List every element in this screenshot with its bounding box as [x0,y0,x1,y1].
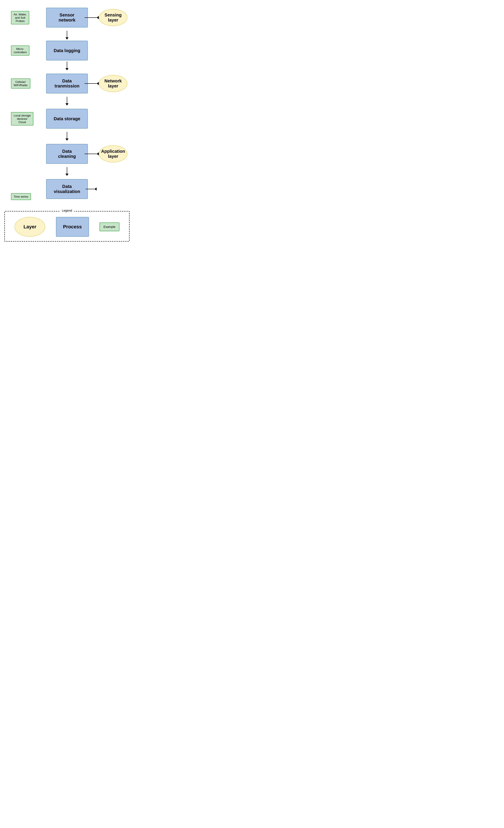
legend-example-label: Example [103,225,115,229]
connector-3 [65,97,68,106]
example-time-series: Time series [11,193,31,200]
legend-title: Legend [60,209,74,212]
step-data-storage: Local storagedevices/Cloud Data storage [4,106,130,132]
step-data-logging: Micro-controllers Data logging [4,40,130,61]
legend-process-box: Process [56,217,89,237]
connector-2 [65,61,68,70]
step-data-visualization: Datavisualization Time series [4,176,130,202]
application-layer-oval: Applicationlayer [99,145,127,162]
process-data-logging: Data logging [46,41,88,60]
legend-layer-label: Layer [24,224,37,230]
legend-process-label: Process [63,224,82,230]
network-layer-oval: Networklayer [99,75,127,92]
process-data-transmission: Datatranmission [46,74,88,93]
example-air-water-soil: Air, Water,and SoilProbes [11,11,29,25]
step-data-transmission: Cellular/WiFi/Radio Datatranmission Netw… [4,70,130,97]
process-data-cleaning: Datacleaning [46,144,88,164]
legend-example-box: Example [99,222,119,231]
step-data-cleaning: Datacleaning Applicationlayer [4,141,130,167]
process-data-visualization: Datavisualization [46,179,88,199]
example-cellular-wifi: Cellular/WiFi/Radio [11,79,30,89]
example-microcontrollers: Micro-controllers [11,45,30,55]
step-sensor-network: Air, Water,and SoilProbes Sensornetwork … [4,4,130,31]
process-data-storage: Data storage [46,109,88,129]
diagram: Air, Water,and SoilProbes Sensornetwork … [4,4,130,242]
example-local-storage: Local storagedevices/Cloud [11,112,33,125]
main-flow: Air, Water,and SoilProbes Sensornetwork … [4,4,130,202]
sensing-layer-oval: Sensinglayer [99,9,127,26]
process-sensor-network: Sensornetwork [46,8,88,28]
legend-items: Layer Process Example [9,217,125,237]
connector-4 [65,132,68,141]
connector-5 [65,167,68,176]
legend: Legend Layer Process Example [4,211,130,242]
legend-layer-oval: Layer [14,217,45,237]
connector-1 [65,31,68,40]
